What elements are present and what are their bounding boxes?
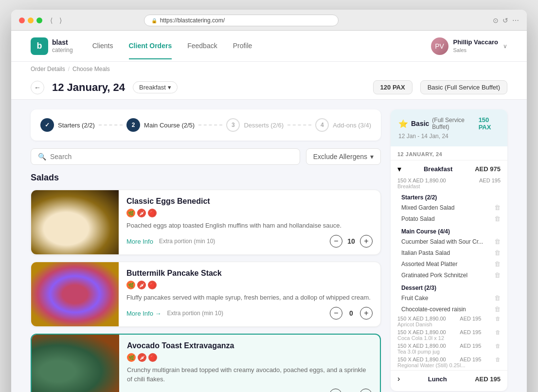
app: b blast catering Clients Client Orders F… xyxy=(11,31,527,392)
order-section-lunch-header[interactable]: › Lunch AED 195 xyxy=(391,371,507,387)
qty-decrease-1[interactable]: − xyxy=(330,307,342,320)
nav-clients[interactable]: Clients xyxy=(92,42,113,51)
pax-badge: 120 PAX xyxy=(373,80,412,94)
qty-increase-1[interactable]: + xyxy=(360,307,373,320)
delete-choc-raisin[interactable]: 🗑 xyxy=(494,305,501,313)
delete-meat-platter[interactable]: 🗑 xyxy=(494,260,501,267)
section-title: Salads xyxy=(31,173,381,183)
meal-image-2 xyxy=(32,335,119,392)
meal-tags-0: 🌿 🌶 🔴 xyxy=(126,209,373,217)
meal-tags-2: 🌿 🌶 🔴 xyxy=(127,353,372,362)
more-info-1[interactable]: More Info → xyxy=(126,310,161,317)
tag-pepper-2: 🌶 xyxy=(138,353,146,362)
qty-increase-2[interactable]: + xyxy=(359,389,372,392)
delete-potato-salad[interactable]: 🗑 xyxy=(494,215,501,222)
maximize-button[interactable] xyxy=(36,18,42,23)
step-dots-2 xyxy=(198,125,222,125)
extra-price-2: AED 195 xyxy=(460,343,481,349)
allergen-dropdown-icon: ▾ xyxy=(370,153,374,160)
main-course-title: Main Course (4/4) xyxy=(391,226,507,236)
meal-desc-0: Poached eggs atop toasted English muffin… xyxy=(126,221,373,230)
breadcrumb-order-details[interactable]: Order Details xyxy=(31,66,65,72)
search-input[interactable] xyxy=(50,153,293,160)
extra-del-1[interactable]: 🗑 xyxy=(495,329,501,335)
portion-label-1: Extra portion (min 10) xyxy=(167,310,223,317)
tag-fire-0: 🌿 xyxy=(126,209,135,217)
meal-type-badge[interactable]: Breakfast ▾ xyxy=(133,81,178,93)
meal-info-0: Classic Eggs Benedict 🌿 🌶 🔴 Poached eggs… xyxy=(119,190,380,254)
order-item-italian-pasta: Italian Pasta Salad 🗑 xyxy=(391,247,507,258)
service-badge: Basic (Full Service Buffet) xyxy=(420,80,507,94)
order-section-breakfast-name: Breakfast xyxy=(424,165,452,173)
summary-service-type: (Full Service Buffet) xyxy=(432,117,475,130)
date-bar: ← 12 January, 24 Breakfast ▾ 120 PAX Bas… xyxy=(31,75,507,99)
sub-desc: Breakfast xyxy=(397,183,501,189)
step-label-main-course: Main Course (2/5) xyxy=(144,122,195,129)
qty-decrease-0[interactable]: − xyxy=(330,235,342,248)
user-dropdown-icon[interactable]: ∨ xyxy=(503,43,507,50)
tag-fire-1: 🌿 xyxy=(126,281,135,289)
extra-del-3[interactable]: 🗑 xyxy=(495,356,501,362)
meal-image-1 xyxy=(31,262,119,326)
step-dots-1 xyxy=(99,125,123,125)
item-name-potato-salad: Potato Salad xyxy=(401,215,435,222)
address-bar[interactable]: 🔒 https://blastcatering.com/ xyxy=(144,15,339,26)
search-box: 🔍 xyxy=(31,148,300,165)
meal-card-1: Buttermilk Pancake Stack 🌿 🌶 🔴 Fluffy pa… xyxy=(31,262,381,327)
qty-increase-0[interactable]: + xyxy=(360,235,373,248)
step-main-course[interactable]: 2 Main Course (2/5) xyxy=(126,118,195,132)
delete-fruit-cake[interactable]: 🗑 xyxy=(494,294,501,302)
extra-del-0[interactable]: 🗑 xyxy=(495,316,501,321)
nav-feedback[interactable]: Feedback xyxy=(187,42,217,51)
more-icon[interactable]: ⋯ xyxy=(512,17,519,24)
browser-chrome: ⟨ ⟩ 🔒 https://blastcatering.com/ ⊙ ↺ ⋯ xyxy=(11,10,527,31)
breadcrumb: Order Details / Choose Meals xyxy=(31,66,507,75)
delete-italian-pasta[interactable]: 🗑 xyxy=(494,249,501,256)
nav-client-orders[interactable]: Client Orders xyxy=(129,42,172,59)
order-section-breakfast-header[interactable]: ▾ Breakfast AED 975 xyxy=(391,160,507,178)
delete-mixed-salad[interactable]: 🗑 xyxy=(494,204,501,211)
share-icon[interactable]: ⊙ xyxy=(493,17,499,24)
quantity-control-0: − 10 + xyxy=(330,235,373,248)
meal-footer-0: More Info Extra portion (min 10) − 10 + xyxy=(126,235,373,248)
step-desserts[interactable]: 3 Desserts (2/6) xyxy=(226,118,284,132)
sub-header: Order Details / Choose Meals ← 12 Januar… xyxy=(11,62,527,100)
close-button[interactable] xyxy=(19,18,25,23)
extra-del-2[interactable]: 🗑 xyxy=(495,343,501,349)
minimize-button[interactable] xyxy=(28,18,34,23)
reload-icon[interactable]: ↺ xyxy=(502,17,508,24)
back-button[interactable]: ← xyxy=(31,81,44,94)
avatar: PV xyxy=(431,37,448,55)
step-circle-4: 4 xyxy=(315,118,329,132)
user-section: PV Phillip Vaccaro Sales ∨ xyxy=(431,37,508,55)
meal-info-2: Avocado Toast Extravaganza 🌿 🌶 🔴 Crunchy… xyxy=(119,335,380,392)
summary-service-name: Basic xyxy=(411,120,429,127)
breadcrumb-separator: / xyxy=(68,66,70,72)
delete-cucumber[interactable]: 🗑 xyxy=(494,238,501,245)
logo-sub: catering xyxy=(52,47,73,53)
item-name-cucumber: Cucumber Salad with Sour Cr... xyxy=(401,238,483,245)
browser-nav: ⟨ ⟩ xyxy=(48,16,64,25)
nav-forward-icon[interactable]: ⟩ xyxy=(57,16,64,25)
extra-item-0: 150 X AED 1,890.00 AED 195 🗑 Apricot Dan… xyxy=(391,316,507,329)
quantity-control-1: − 0 + xyxy=(330,307,373,320)
extra-desc-2: Tea 3.0l pump jug xyxy=(397,349,501,355)
order-item-meat-platter: Assorted Meat Platter 🗑 xyxy=(391,258,507,269)
quantity-control-2: − 10 + xyxy=(329,389,372,392)
qty-decrease-2[interactable]: − xyxy=(329,389,342,392)
dessert-section: Dessert (2/3) Fruit Cake 🗑 Chocolate-cov… xyxy=(391,282,507,316)
url-text: https://blastcatering.com/ xyxy=(160,17,225,24)
meal-card-2: Avocado Toast Extravaganza 🌿 🌶 🔴 Crunchy… xyxy=(31,334,381,392)
starters-title: Starters (2/2) xyxy=(391,192,507,202)
nav-back-icon[interactable]: ⟨ xyxy=(48,16,54,25)
right-panel: ⭐ Basic (Full Service Buffet) 150 PAX 12… xyxy=(391,109,507,392)
delete-schnitzel[interactable]: 🗑 xyxy=(494,271,501,279)
nav-profile[interactable]: Profile xyxy=(233,42,252,51)
step-addons[interactable]: 4 Add-ons (3/4) xyxy=(315,118,371,132)
allergen-filter[interactable]: Exclude Allergens ▾ xyxy=(306,148,381,165)
step-starters: ✓ Starters (2/2) xyxy=(40,118,95,132)
meal-info-1: Buttermilk Pancake Stack 🌿 🌶 🔴 Fluffy pa… xyxy=(119,262,380,326)
logo-icon: b xyxy=(31,37,48,55)
more-info-0[interactable]: More Info xyxy=(126,238,153,245)
user-role: Sales xyxy=(453,47,499,53)
